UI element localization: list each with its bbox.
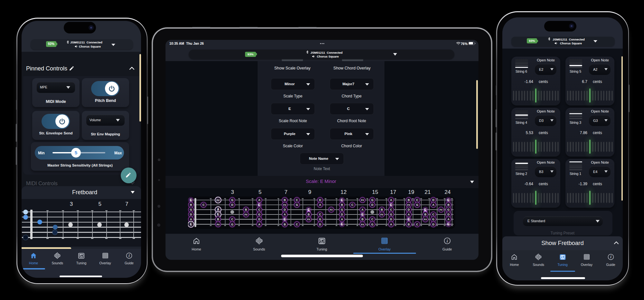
svg-text:C: C — [416, 198, 418, 202]
svg-text:B: B — [361, 218, 364, 221]
svg-text:G: G — [371, 198, 374, 202]
svg-text:D: D — [341, 213, 343, 216]
svg-text:B: B — [284, 198, 286, 202]
svg-text:F#: F# — [217, 199, 220, 202]
svg-text:F#: F# — [307, 218, 310, 221]
svg-text:B: B — [190, 203, 192, 206]
svg-text:C: C — [231, 218, 233, 221]
svg-text:C: C — [371, 218, 374, 221]
svg-text:G: G — [447, 208, 450, 211]
svg-text:A: A — [390, 223, 392, 226]
svg-text:C: C — [258, 208, 260, 211]
svg-text:D: D — [319, 198, 321, 202]
svg-text:C: C — [203, 203, 205, 206]
svg-text:G: G — [319, 218, 321, 221]
svg-text:A: A — [361, 208, 364, 211]
svg-text:A: A — [258, 198, 260, 202]
svg-text:E: E — [447, 222, 450, 226]
svg-text:B: B — [284, 223, 286, 226]
svg-text:D: D — [284, 208, 286, 211]
svg-text:i: i — [447, 239, 448, 243]
svg-text:G: G — [258, 213, 260, 216]
svg-text:F#: F# — [380, 213, 384, 216]
svg-text:E: E — [341, 222, 343, 226]
svg-text:C: C — [416, 223, 418, 226]
svg-text:E: E — [408, 217, 410, 221]
svg-text:B: B — [447, 203, 450, 206]
svg-text:C: C — [432, 213, 434, 216]
svg-text:G: G — [390, 213, 392, 216]
svg-text:D: D — [319, 223, 321, 226]
svg-text:D: D — [258, 218, 260, 221]
svg-text:F#: F# — [424, 218, 427, 221]
svg-text:A: A — [408, 213, 410, 216]
svg-text:B: B — [408, 223, 410, 226]
svg-text:G: G — [231, 198, 233, 202]
svg-text:G: G — [432, 218, 434, 221]
svg-text:C: C — [296, 223, 298, 226]
svg-text:B: B — [408, 198, 410, 202]
svg-text:D: D — [390, 218, 392, 221]
svg-text:A: A — [447, 218, 450, 221]
svg-text:D: D — [190, 213, 192, 216]
svg-text:G: G — [371, 223, 374, 226]
svg-text:F#: F# — [330, 208, 333, 211]
svg-text:D: D — [408, 208, 410, 211]
svg-text:E: E — [190, 223, 192, 226]
svg-text:D: D — [371, 203, 374, 206]
svg-text:D: D — [432, 198, 434, 202]
svg-text:C: C — [296, 198, 298, 202]
svg-text:A: A — [341, 218, 343, 221]
svg-text:D: D — [231, 203, 233, 206]
svg-text:F#: F# — [440, 208, 443, 211]
svg-text:A: A — [258, 223, 260, 226]
svg-text:i: i — [610, 255, 611, 259]
svg-text:C: C — [319, 213, 321, 216]
svg-text:C: C — [351, 203, 354, 206]
svg-text:F#: F# — [361, 223, 364, 226]
svg-text:B: B — [341, 203, 343, 206]
svg-text:E: E — [217, 213, 219, 216]
svg-text:F#: F# — [407, 204, 411, 206]
svg-text:A: A — [319, 203, 321, 206]
svg-text:B: B — [217, 218, 219, 221]
svg-text:i: i — [128, 253, 130, 258]
svg-text:A: A — [432, 203, 434, 206]
svg-text:E: E — [284, 217, 286, 221]
svg-text:A: A — [390, 198, 392, 202]
svg-text:A: A — [190, 218, 192, 221]
svg-text:B: B — [245, 208, 247, 211]
svg-text:A: A — [284, 213, 286, 216]
svg-text:F#: F# — [283, 204, 287, 206]
svg-text:B: B — [424, 213, 427, 216]
svg-text:G: G — [190, 208, 192, 211]
svg-text:C: C — [390, 208, 392, 211]
svg-text:G: G — [231, 223, 233, 226]
svg-text:G: G — [416, 203, 418, 206]
svg-text:D: D — [432, 223, 434, 226]
svg-text:F#: F# — [361, 199, 364, 202]
svg-text:F#: F# — [244, 213, 248, 216]
svg-text:B: B — [381, 208, 383, 211]
svg-text:B: B — [308, 213, 310, 216]
svg-text:G: G — [341, 208, 343, 211]
svg-text:G: G — [296, 203, 298, 206]
svg-text:D: D — [447, 213, 450, 216]
svg-text:F#: F# — [217, 223, 220, 226]
